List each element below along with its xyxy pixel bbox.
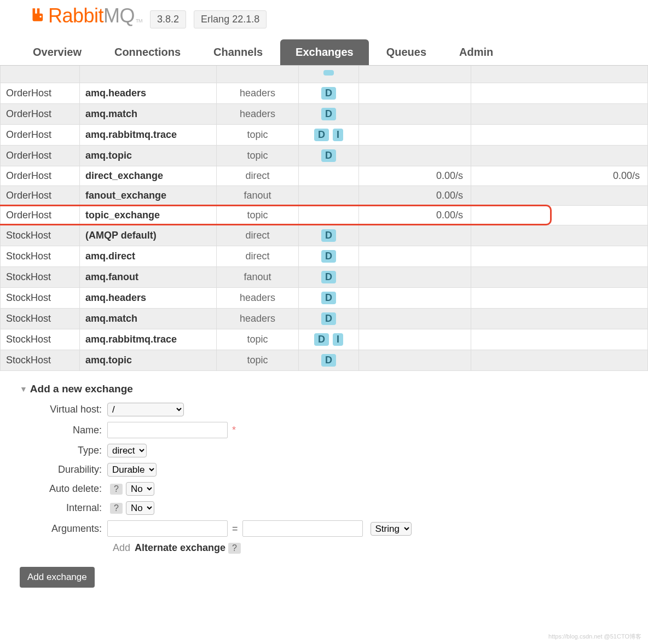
header: RabbitMQTM 3.8.2 Erlang 22.1.8 — [0, 0, 648, 28]
rate-out-cell — [471, 225, 648, 246]
exchange-name-link[interactable]: amq.rabbitmq.trace — [80, 125, 217, 146]
vhost-cell: StockHost — [1, 225, 80, 246]
vhost-cell: StockHost — [1, 350, 80, 371]
table-row: OrderHostamq.headersheadersD — [1, 83, 648, 104]
vhost-cell: OrderHost — [1, 125, 80, 146]
erlang-badge: Erlang 22.1.8 — [194, 10, 267, 28]
feature-badge: D — [321, 271, 336, 283]
type-cell: direct — [217, 166, 299, 186]
exchange-name-link[interactable]: amq.headers — [80, 288, 217, 309]
rate-in-cell — [359, 288, 471, 309]
vhost-label: Virtual host: — [20, 404, 107, 415]
rate-in-cell — [359, 146, 471, 166]
add-exchange-heading[interactable]: ▼ Add a new exchange — [20, 383, 648, 395]
feature-badge: D — [314, 129, 329, 141]
table-row: OrderHostdirect_exchangedirect0.00/s0.00… — [1, 166, 648, 186]
vhost-cell: StockHost — [1, 246, 80, 267]
exchange-name-link[interactable]: fanout_exchange — [80, 186, 217, 206]
add-exchange-title: Add a new exchange — [30, 383, 133, 395]
exchange-name-link[interactable]: amq.rabbitmq.trace — [80, 329, 217, 350]
table-row: StockHostamq.directdirectD — [1, 246, 648, 267]
exchange-name-link[interactable]: amq.fanout — [80, 267, 217, 288]
vhost-cell: StockHost — [1, 309, 80, 329]
name-label: Name: — [20, 425, 107, 436]
chevron-down-icon: ▼ — [20, 385, 27, 393]
name-input[interactable] — [107, 422, 228, 438]
rate-in-cell — [359, 104, 471, 125]
help-icon[interactable]: ? — [110, 484, 123, 495]
table-row: OrderHostfanout_exchangefanout0.00/s — [1, 186, 648, 206]
help-icon[interactable]: ? — [228, 543, 241, 554]
features-cell: D — [299, 288, 359, 309]
tab-exchanges[interactable]: Exchanges — [280, 39, 369, 65]
feature-badge: I — [333, 129, 343, 141]
table-row: StockHostamq.matchheadersD — [1, 309, 648, 329]
vhost-cell: StockHost — [1, 267, 80, 288]
feature-badge: D — [321, 87, 336, 100]
type-cell: headers — [217, 309, 299, 329]
tab-admin[interactable]: Admin — [444, 39, 508, 65]
product-suffix: MQ — [103, 4, 135, 27]
rate-in-cell: 0.00/s — [359, 166, 471, 186]
feature-badge: D — [314, 333, 329, 346]
features-cell: D — [299, 309, 359, 329]
vhost-cell: OrderHost — [1, 206, 80, 225]
exchange-name-link[interactable]: direct_exchange — [80, 166, 217, 186]
durability-label: Durability: — [20, 464, 107, 475]
features-cell: D — [299, 83, 359, 104]
internal-label: Internal: — [20, 502, 107, 514]
rate-out-cell — [471, 206, 648, 225]
main-tabs: OverviewConnectionsChannelsExchangesQueu… — [0, 39, 648, 66]
rate-in-cell — [359, 267, 471, 288]
vhost-cell: OrderHost — [1, 104, 80, 125]
rate-in-cell — [359, 225, 471, 246]
exchange-name-link[interactable]: amq.match — [80, 309, 217, 329]
autodelete-select[interactable]: No — [126, 482, 154, 496]
arg-key-input[interactable] — [107, 520, 228, 537]
exchange-name-link[interactable]: amq.headers — [80, 83, 217, 104]
rate-in-cell — [359, 125, 471, 146]
vhost-select[interactable]: / — [107, 403, 184, 416]
rate-out-cell — [471, 267, 648, 288]
arg-value-input[interactable] — [242, 520, 363, 537]
table-row: StockHostamq.fanoutfanoutD — [1, 267, 648, 288]
add-exchange-button[interactable]: Add exchange — [20, 567, 95, 588]
table-row: StockHostamq.headersheadersD — [1, 288, 648, 309]
exchange-name-link[interactable]: amq.topic — [80, 146, 217, 166]
exchange-name-link[interactable]: amq.topic — [80, 350, 217, 371]
features-cell: D — [299, 267, 359, 288]
exchange-name-link[interactable]: (AMQP default) — [80, 225, 217, 246]
type-select[interactable]: direct — [107, 444, 147, 457]
exchange-name-link[interactable]: amq.match — [80, 104, 217, 125]
tab-queues[interactable]: Queues — [371, 39, 442, 65]
trademark: TM — [136, 18, 142, 24]
rate-out-cell — [471, 146, 648, 166]
add-exchange-form: Virtual host: / Name: * Type: direct Dur… — [20, 403, 648, 554]
required-mark: * — [232, 425, 236, 436]
tab-channels[interactable]: Channels — [198, 39, 278, 65]
type-cell: topic — [217, 206, 299, 225]
add-hint: Add — [113, 542, 130, 554]
vhost-cell: OrderHost — [1, 83, 80, 104]
features-cell: D — [299, 225, 359, 246]
feature-badge: I — [333, 333, 343, 346]
type-cell: headers — [217, 288, 299, 309]
features-cell: D I — [299, 329, 359, 350]
tab-connections[interactable]: Connections — [99, 39, 196, 65]
internal-select[interactable]: No — [126, 501, 154, 515]
help-icon[interactable]: ? — [110, 503, 123, 514]
table-row: OrderHosttopic_exchangetopic0.00/s — [1, 206, 648, 225]
feature-badge: D — [321, 108, 336, 120]
rate-out-cell — [471, 83, 648, 104]
alternate-exchange-link[interactable]: Alternate exchange — [135, 542, 225, 554]
features-cell: D I — [299, 125, 359, 146]
logo: RabbitMQTM — [31, 4, 142, 27]
feature-badge: D — [321, 312, 336, 325]
exchange-name-link[interactable]: amq.direct — [80, 246, 217, 267]
arg-type-select[interactable]: String — [371, 522, 412, 536]
durability-select[interactable]: Durable — [107, 463, 157, 477]
exchange-name-link[interactable]: topic_exchange — [80, 206, 217, 225]
vhost-cell: StockHost — [1, 329, 80, 350]
feature-badge: D — [321, 250, 336, 263]
tab-overview[interactable]: Overview — [18, 39, 97, 65]
